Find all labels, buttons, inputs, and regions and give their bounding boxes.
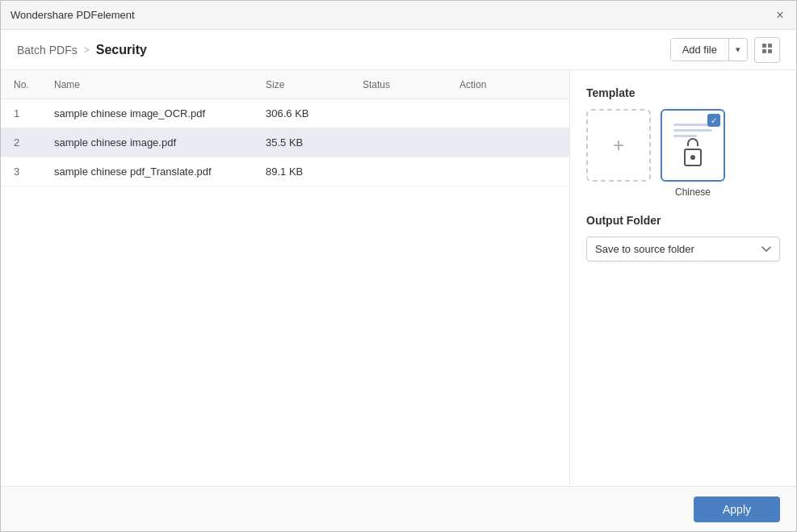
table-body: 1 sample chinese image_OCR.pdf 306.6 KB …: [1, 99, 569, 486]
cell-name: sample chinese image.pdf: [54, 136, 266, 149]
close-button[interactable]: ×: [774, 9, 787, 22]
cell-name: sample chinese pdf_Translate.pdf: [54, 165, 266, 178]
table-row[interactable]: 1 sample chinese image_OCR.pdf 306.6 KB: [1, 99, 569, 128]
apply-button[interactable]: Apply: [694, 496, 780, 522]
lock-shackle: [687, 138, 698, 146]
lock-body: [684, 149, 702, 166]
template-card-chinese[interactable]: ✓: [661, 109, 725, 198]
cell-name: sample chinese image_OCR.pdf: [54, 107, 266, 119]
cell-no: 1: [14, 107, 54, 119]
footer: Apply: [1, 486, 796, 531]
breadcrumb-parent: Batch PDFs: [17, 44, 78, 57]
cell-no: 2: [14, 136, 54, 149]
settings-button[interactable]: [754, 37, 780, 63]
output-folder-select[interactable]: Save to source folder Custom folder: [586, 237, 780, 262]
lock-icon-wrapper: [684, 145, 702, 168]
svg-rect-3: [768, 49, 772, 53]
output-folder-section: Output Folder Save to source folder Cust…: [586, 214, 780, 262]
breadcrumb: Batch PDFs > Security: [17, 43, 147, 57]
doc-line: [673, 135, 697, 137]
template-card-inner: ✓: [661, 109, 725, 182]
col-name: Name: [54, 79, 266, 90]
main-window: Wondershare PDFelement × Batch PDFs > Se…: [0, 0, 797, 532]
breadcrumb-separator: >: [84, 44, 90, 56]
settings-icon: [761, 42, 774, 57]
svg-rect-2: [762, 49, 766, 53]
add-file-button[interactable]: Add file ▾: [670, 38, 748, 61]
file-list-area: No. Name Size Status Action 1 sample chi…: [1, 70, 570, 486]
header: Batch PDFs > Security Add file ▾: [1, 30, 796, 70]
template-selected-check: ✓: [707, 114, 720, 127]
add-template-button[interactable]: +: [586, 109, 651, 182]
col-status: Status: [363, 79, 459, 90]
lock-keyhole: [690, 155, 695, 160]
svg-rect-1: [768, 44, 772, 48]
header-actions: Add file ▾: [670, 37, 780, 63]
table-row[interactable]: 3 sample chinese pdf_Translate.pdf 89.1 …: [1, 157, 569, 186]
template-card-label: Chinese: [675, 186, 711, 198]
template-section-title: Template: [586, 86, 780, 99]
template-section: Template + ✓: [586, 86, 780, 198]
col-size: Size: [266, 79, 363, 90]
output-folder-wrapper: Save to source folder Custom folder: [586, 237, 780, 262]
col-no: No.: [14, 79, 54, 90]
doc-line: [673, 129, 712, 132]
window-title: Wondershare PDFelement: [10, 9, 135, 21]
cell-size: 306.6 KB: [266, 107, 363, 119]
output-folder-title: Output Folder: [586, 214, 780, 227]
cell-size: 35.5 KB: [266, 136, 363, 149]
title-bar: Wondershare PDFelement ×: [1, 1, 796, 30]
breadcrumb-current: Security: [96, 43, 147, 57]
doc-line: [673, 124, 712, 126]
right-panel: Template + ✓: [570, 70, 796, 486]
cell-size: 89.1 KB: [266, 165, 363, 178]
table-header: No. Name Size Status Action: [1, 70, 569, 99]
cell-no: 3: [14, 165, 54, 178]
main-content: No. Name Size Status Action 1 sample chi…: [1, 70, 796, 486]
svg-rect-0: [762, 44, 766, 48]
template-cards: + ✓: [586, 109, 780, 198]
add-file-dropdown-arrow[interactable]: ▾: [729, 40, 747, 60]
table-row[interactable]: 2 sample chinese image.pdf 35.5 KB: [1, 128, 569, 157]
col-action: Action: [459, 79, 556, 90]
add-file-label[interactable]: Add file: [671, 39, 729, 61]
checkmark-icon: ✓: [711, 116, 717, 125]
